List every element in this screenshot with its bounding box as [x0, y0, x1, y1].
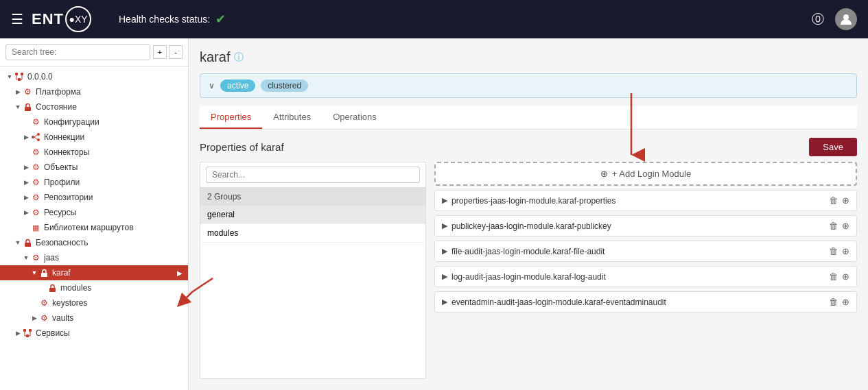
- info-icon[interactable]: ⓘ: [234, 51, 244, 64]
- props-search: [200, 162, 425, 188]
- objects-label: Объекты: [44, 162, 78, 172]
- expand-icon: ▼: [22, 254, 30, 261]
- svg-point-10: [37, 138, 40, 141]
- tree: ▼ 0.0.0.0 ▶ ⚙ Платформа ▼ Состояние ⚙ Ко…: [0, 66, 188, 343]
- module-row[interactable]: ▶ publickey-jaas-login-module.karaf-publ…: [434, 215, 857, 236]
- sidebar-item-repos[interactable]: ▶ ⚙ Репозитории: [0, 190, 188, 205]
- services-label: Сервисы: [36, 328, 70, 338]
- sidebar-item-profiles[interactable]: ▶ ⚙ Профили: [0, 175, 188, 190]
- add-login-module-button[interactable]: ⊕ + Add Login Module: [434, 162, 857, 186]
- save-button[interactable]: Save: [809, 138, 857, 156]
- svg-rect-15: [49, 288, 56, 292]
- add-icon[interactable]: ⊕: [842, 271, 849, 282]
- add-icon[interactable]: ⊕: [842, 221, 849, 231]
- collapse-all-button[interactable]: -: [169, 45, 183, 59]
- sidebar-item-security[interactable]: ▼ Безопасность: [0, 235, 188, 250]
- logo-circle: ●XY: [65, 6, 91, 32]
- svg-rect-2: [21, 73, 23, 75]
- delete-icon[interactable]: 🗑: [829, 297, 838, 307]
- expand-all-button[interactable]: +: [153, 45, 167, 59]
- sidebar-item-vaults[interactable]: ▶ ⚙ vaults: [0, 310, 188, 326]
- status-bar: ∨ active clustered: [200, 73, 857, 98]
- gear-icon: ⚙: [30, 117, 41, 127]
- platform-label: Платформа: [36, 87, 81, 97]
- menu-icon[interactable]: ☰: [11, 11, 23, 27]
- connectors-label: Коннекторы: [44, 147, 89, 157]
- state-label: Состояние: [36, 102, 77, 112]
- badge-clustered: clustered: [261, 80, 308, 92]
- svg-rect-13: [25, 243, 31, 247]
- sidebar-item-resources[interactable]: ▶ ⚙ Ресурсы: [0, 205, 188, 220]
- group-item-modules[interactable]: modules: [200, 224, 425, 243]
- properties-section-title: Properties of karaf: [200, 141, 284, 153]
- logo: ENT ●XY: [32, 6, 91, 32]
- module-row[interactable]: ▶ eventadmin-audit-jaas-login-module.kar…: [434, 291, 857, 313]
- vaults-label: vaults: [52, 313, 73, 323]
- module-row[interactable]: ▶ file-audit-jaas-login-module.karaf-fil…: [434, 241, 857, 262]
- expand-icon: ▶: [22, 134, 30, 141]
- delete-icon[interactable]: 🗑: [829, 246, 838, 256]
- svg-rect-16: [23, 329, 26, 332]
- expand-icon: ▶: [22, 164, 30, 171]
- add-icon[interactable]: ⊕: [842, 246, 849, 256]
- expand-icon: ▶: [30, 315, 38, 321]
- module-row[interactable]: ▶ log-audit-jaas-login-module.karaf-log-…: [434, 266, 857, 287]
- sidebar-item-configs[interactable]: ⚙ Конфигурации: [0, 114, 188, 130]
- sidebar-item-objects[interactable]: ▶ ⚙ Объекты: [0, 160, 188, 175]
- sidebar-item-root[interactable]: ▼ 0.0.0.0: [0, 69, 188, 84]
- add-module-label: + Add Login Module: [612, 169, 691, 179]
- status-expand-icon[interactable]: ∨: [209, 81, 215, 90]
- gear-icon: ⚙: [38, 313, 49, 324]
- sidebar-item-connections[interactable]: ▶ Коннекции: [0, 130, 188, 145]
- lock-icon: [22, 101, 33, 112]
- avatar[interactable]: [835, 8, 857, 30]
- add-icon[interactable]: ⊕: [842, 195, 849, 206]
- delete-icon[interactable]: 🗑: [829, 271, 838, 282]
- gear-icon: ⚙: [30, 177, 41, 188]
- gear-icon: ⚙: [30, 192, 41, 203]
- search-bar: + -: [0, 38, 188, 66]
- sidebar-item-connectors[interactable]: ⚙ Коннекторы: [0, 145, 188, 160]
- svg-point-8: [32, 136, 34, 138]
- header-right: ⓪: [812, 8, 857, 30]
- gear-icon: ⚙: [38, 297, 49, 308]
- sidebar-item-services[interactable]: ▶ Сервисы: [0, 326, 188, 341]
- expand-icon: ▶: [22, 179, 30, 186]
- groups-header: 2 Groups: [200, 188, 425, 206]
- sidebar-item-state[interactable]: ▼ Состояние: [0, 99, 188, 114]
- properties-right-panel: ⊕ + Add Login Module ▶ properties-jaas-l…: [434, 162, 857, 379]
- page-title-text: karaf: [200, 49, 230, 65]
- cluster-icon: [30, 132, 41, 143]
- search-input[interactable]: [5, 44, 150, 60]
- logo-text: ENT: [32, 10, 64, 28]
- tabs: Properties Attributes Operations: [200, 106, 857, 130]
- expand-icon: ▶: [14, 330, 22, 337]
- sidebar-item-modules[interactable]: modules: [0, 280, 188, 295]
- health-checks-status: Health checks status: ✔: [119, 12, 226, 27]
- delete-icon[interactable]: 🗑: [829, 195, 838, 206]
- repos-label: Репозитории: [44, 193, 93, 202]
- chevron-right-icon: ▶: [442, 272, 447, 281]
- sidebar-item-karaf[interactable]: ▼ karaf ▶: [0, 265, 188, 280]
- expand-icon: ▼: [14, 103, 22, 110]
- keystores-label: keystores: [52, 298, 87, 308]
- help-icon[interactable]: ⓪: [812, 11, 824, 27]
- group-item-general[interactable]: general: [200, 206, 425, 224]
- chevron-right-icon: ▶: [442, 297, 447, 306]
- add-icon: ⊕: [600, 169, 608, 179]
- tab-properties[interactable]: Properties: [200, 106, 262, 129]
- module-row[interactable]: ▶ properties-jaas-login-module.karaf-pro…: [434, 190, 857, 211]
- sidebar-item-keystores[interactable]: ⚙ keystores: [0, 295, 188, 310]
- properties-area: 2 Groups general modules ⊕ + Add Login M…: [200, 162, 857, 379]
- sidebar-item-route-libs[interactable]: ▦ Библиотеки маршрутов: [0, 220, 188, 235]
- props-search-input[interactable]: [206, 167, 420, 183]
- add-icon[interactable]: ⊕: [842, 297, 849, 307]
- sidebar-item-jaas[interactable]: ▼ ⚙ jaas: [0, 250, 188, 265]
- tab-attributes[interactable]: Attributes: [262, 106, 322, 129]
- search-icons: + -: [153, 45, 183, 59]
- tab-operations[interactable]: Operations: [322, 106, 388, 129]
- profiles-label: Профили: [44, 178, 80, 187]
- sidebar-item-platform[interactable]: ▶ ⚙ Платформа: [0, 84, 188, 99]
- gear-icon: ⚙: [30, 252, 41, 263]
- delete-icon[interactable]: 🗑: [829, 221, 838, 231]
